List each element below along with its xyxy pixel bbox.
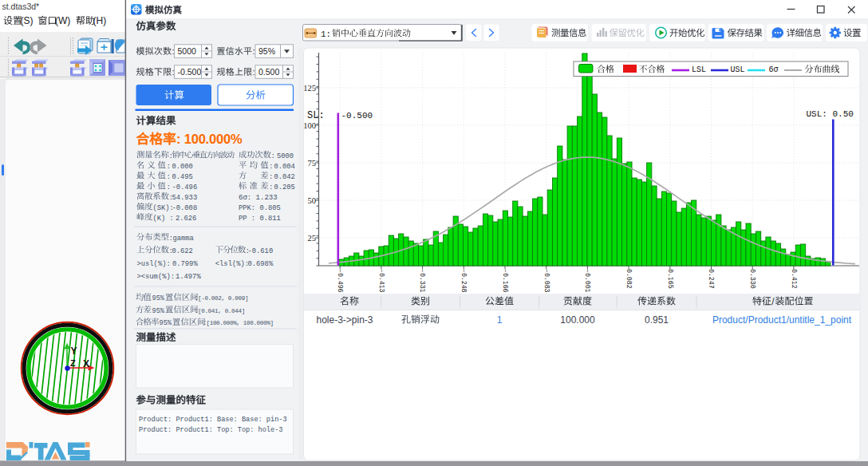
svg-text:-0.248: -0.248 (460, 269, 468, 293)
svg-text:Product/Product1/untitle_1_poi: Product/Product1/untitle_1_point (712, 314, 852, 326)
svg-text:25: 25 (308, 234, 317, 243)
svg-text:Z: Z (70, 358, 76, 368)
svg-text:gamma: gamma (173, 235, 194, 243)
svg-text::: : (271, 152, 276, 160)
svg-text::: : (167, 183, 172, 192)
svg-text:USL: USL (731, 65, 745, 74)
svg-text:54.933: 54.933 (172, 194, 198, 202)
svg-text:0.042: 0.042 (274, 173, 295, 181)
svg-text:-0.413: -0.413 (378, 269, 385, 293)
svg-text:SL:: SL: (307, 110, 325, 121)
svg-text:0.082: 0.082 (625, 269, 633, 289)
svg-text:0.412: 0.412 (791, 269, 798, 289)
svg-text:95%: 95% (152, 307, 165, 315)
svg-text:95%: 95% (152, 294, 165, 302)
svg-text:1:: 1: (321, 30, 331, 39)
svg-text::: : (253, 46, 255, 56)
svg-text:1.497%: 1.497% (176, 273, 201, 281)
svg-text:>usl(%):: >usl(%): (137, 260, 171, 268)
svg-text::: : (169, 152, 174, 160)
svg-text::: : (269, 183, 274, 192)
svg-text:-0.500: -0.500 (341, 111, 373, 120)
svg-text:125: 125 (303, 84, 316, 93)
svg-text:0.205: 0.205 (274, 184, 295, 192)
svg-text::: : (269, 172, 274, 181)
svg-text:95%: 95% (160, 319, 172, 327)
svg-text:(W): (W) (55, 15, 70, 26)
svg-text:(H): (H) (93, 15, 107, 26)
svg-text:Y: Y (71, 346, 77, 357)
svg-text:[100.000%, 100.000%]: [100.000%, 100.000%] (207, 320, 274, 326)
svg-text:st.dtas3d*: st.dtas3d* (2, 2, 40, 11)
svg-text:X: X (83, 358, 89, 369)
svg-text:(SK):: (SK): (153, 204, 174, 212)
svg-text:100: 100 (303, 121, 316, 130)
svg-text:-0.496: -0.496 (172, 184, 198, 192)
svg-text:Product: Product1: Top: Top: h: Product: Product1: Top: Top: hole-3 (139, 426, 283, 434)
svg-text:95%: 95% (258, 46, 275, 56)
svg-text:0.004: 0.004 (274, 163, 295, 171)
svg-text:-0.008: -0.008 (172, 204, 198, 212)
svg-text:-0.610: -0.610 (248, 247, 274, 255)
svg-text:6σ: 6σ (769, 65, 779, 74)
svg-text::: : (167, 172, 172, 181)
svg-text:USL: 0.50: USL: 0.50 (807, 109, 854, 119)
svg-text::: : (269, 162, 274, 171)
svg-text:-0.166: -0.166 (502, 269, 509, 293)
svg-text:0.500: 0.500 (258, 67, 279, 77)
svg-text:LSL: LSL (692, 65, 706, 74)
svg-text:5000: 5000 (277, 152, 294, 160)
svg-text:0.622: 0.622 (172, 247, 193, 255)
svg-text:-0.001: -0.001 (584, 269, 591, 293)
svg-text:PP : 0.811: PP : 0.811 (239, 215, 281, 223)
svg-text:><sum(%):: ><sum(%): (137, 273, 176, 281)
svg-text:Product: Product1: Base: Base:: Product: Product1: Base: Base: pin-3 (139, 416, 287, 424)
svg-text:0.247: 0.247 (708, 269, 715, 289)
svg-text:100.000: 100.000 (560, 314, 595, 326)
svg-text:[-0.002, 0.009]: [-0.002, 0.009] (198, 295, 248, 302)
svg-text:(K) :: (K) : (153, 215, 174, 223)
svg-text::: : (167, 162, 172, 171)
svg-text:<lsl(%):: <lsl(%): (215, 260, 249, 268)
svg-text:0.698%: 0.698% (248, 260, 274, 268)
svg-text:0.495: 0.495 (172, 173, 193, 181)
svg-text:0.951: 0.951 (645, 314, 669, 326)
svg-text:-0.083: -0.083 (543, 269, 550, 293)
svg-text::: : (253, 67, 255, 77)
svg-text:75: 75 (308, 159, 317, 168)
svg-text:-0.331: -0.331 (419, 269, 426, 293)
svg-text:2.626: 2.626 (176, 215, 196, 223)
svg-text:-0.496: -0.496 (337, 269, 344, 293)
svg-text:-0.500: -0.500 (178, 67, 202, 77)
svg-text:hole-3->pin-3: hole-3->pin-3 (316, 314, 373, 326)
svg-text:1: 1 (497, 314, 503, 326)
svg-text:: 100.000%: : 100.000% (176, 132, 243, 146)
svg-text:PPK: 0.805: PPK: 0.805 (239, 204, 281, 212)
svg-text:0.165: 0.165 (667, 269, 674, 289)
svg-text:6σ: 1.233: 6σ: 1.233 (239, 194, 278, 202)
svg-text:50: 50 (308, 196, 317, 205)
svg-text:5000: 5000 (178, 46, 197, 56)
svg-text:0.799%: 0.799% (172, 260, 198, 268)
svg-text:(S): (S) (21, 15, 34, 26)
svg-text:0.330: 0.330 (749, 269, 756, 289)
svg-text:[0.041, 0.044]: [0.041, 0.044] (198, 308, 245, 314)
svg-text:0.000: 0.000 (172, 163, 193, 171)
